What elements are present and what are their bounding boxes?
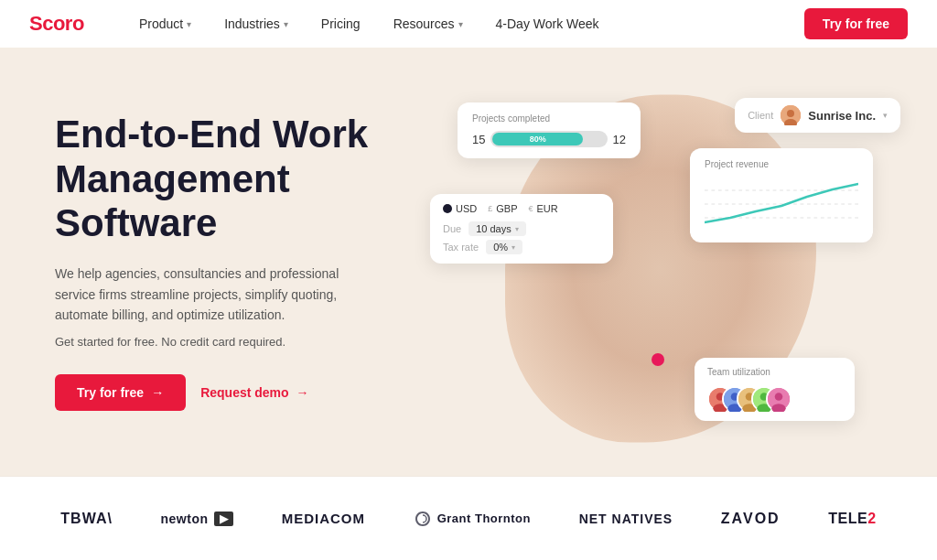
tax-row: Tax rate 0% ▾ [443, 240, 600, 254]
logo-net-natives: NET NATIVES [579, 512, 673, 526]
logo-newton: newton ▶ [161, 512, 234, 526]
logo-tele2: TELE2 [828, 511, 876, 527]
nav-try-free-button[interactable]: Try for free [804, 8, 908, 39]
avatar [766, 386, 792, 412]
hero-request-demo-button[interactable]: Request demo → [200, 385, 308, 400]
nav-product[interactable]: Product ▾ [139, 16, 191, 31]
arrow-icon: → [296, 385, 309, 400]
card-project-revenue: Project revenue [690, 148, 873, 242]
currency-eur: € EUR [528, 203, 557, 214]
logo-zavod: ZAVOD [721, 511, 781, 527]
logo-mediacom: MEDIACOM [282, 511, 365, 526]
due-label: Due [443, 223, 461, 234]
card-projects-completed: Projects completed 15 80% 12 [458, 102, 641, 158]
chevron-down-icon: ▾ [883, 111, 888, 120]
chevron-down-icon: ▾ [515, 225, 519, 233]
progress-bar: 80% [490, 131, 607, 147]
nav-workweek[interactable]: 4-Day Work Week [496, 16, 599, 31]
svg-point-19 [775, 393, 783, 401]
navbar: Scoro Product ▾ Industries ▾ Pricing Res… [0, 0, 937, 48]
nav-links: Product ▾ Industries ▾ Pricing Resources… [139, 16, 804, 31]
due-badge: 10 days ▾ [468, 221, 526, 236]
gbp-prefix: £ [488, 204, 492, 213]
tax-label: Tax rate [443, 242, 479, 253]
eur-prefix: € [528, 204, 533, 213]
nav-industries[interactable]: Industries ▾ [224, 16, 288, 31]
card-client: Client Sunrise Inc. ▾ [735, 98, 900, 133]
hero-section: End-to-End Work Management Software We h… [0, 48, 937, 476]
svg-point-1 [787, 110, 794, 117]
grant-thornton-icon [414, 510, 432, 528]
nav-pricing[interactable]: Pricing [321, 16, 361, 31]
logo: Scoro [29, 12, 84, 36]
currency-usd: USD [443, 203, 477, 214]
avatar-group [707, 386, 842, 412]
nav-resources[interactable]: Resources ▾ [393, 16, 463, 31]
avatar [781, 105, 801, 125]
hero-illustration: Projects completed 15 80% 12 Client [439, 48, 882, 476]
hero-try-free-button[interactable]: Try for free → [55, 374, 186, 411]
progress-num-left: 15 [472, 133, 485, 146]
revenue-chart [705, 177, 858, 232]
currency-gbp: £ GBP [488, 203, 517, 214]
progress-num-right: 12 [613, 133, 626, 146]
chevron-down-icon: ▾ [458, 19, 463, 29]
client-name: Sunrise Inc. [808, 109, 876, 123]
tax-badge: 0% ▾ [486, 240, 522, 254]
usd-dot [443, 204, 452, 213]
arrow-icon: → [151, 385, 164, 400]
due-row: Due 10 days ▾ [443, 221, 600, 236]
team-card-title: Team utilization [707, 367, 842, 377]
logo-coro: coro [42, 12, 84, 35]
hero-title: End-to-End Work Management Software [55, 113, 439, 245]
logo-tbwa: TBWA\ [60, 511, 113, 527]
card-team-utilization: Team utilization [695, 358, 855, 421]
chevron-down-icon: ▾ [284, 19, 288, 29]
revenue-card-title: Project revenue [705, 159, 858, 169]
chevron-down-icon: ▾ [187, 19, 191, 29]
progress-fill: 80% [492, 133, 582, 145]
chevron-down-icon: ▾ [512, 243, 515, 252]
logos-strip: TBWA\ newton ▶ MEDIACOM Grant Thornton N… [0, 476, 937, 560]
logo-s: S [29, 12, 42, 35]
hero-buttons: Try for free → Request demo → [55, 374, 439, 411]
hero-description: We help agencies, consultancies and prof… [55, 264, 366, 325]
progress-row: 15 80% 12 [472, 131, 626, 147]
hero-sub-description: Get started for free. No credit card req… [55, 335, 439, 349]
progress-label: 80% [530, 135, 546, 144]
currency-row: USD £ GBP € EUR [443, 203, 600, 214]
card-currency: USD £ GBP € EUR Due 10 days ▾ Tax [430, 194, 613, 264]
hero-left: End-to-End Work Management Software We h… [55, 113, 439, 410]
client-label: Client [748, 110, 773, 121]
logo-grant-thornton: Grant Thornton [414, 510, 531, 528]
projects-card-title: Projects completed [472, 113, 626, 124]
